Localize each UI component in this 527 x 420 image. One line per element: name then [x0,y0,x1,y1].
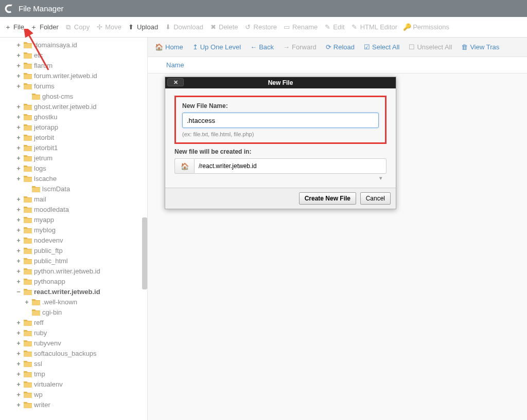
dialog-resize-handle[interactable]: ▾ [174,174,387,181]
dialog-close-button[interactable]: ✕ [167,78,184,86]
tree-node[interactable]: +forum.writer.jetweb.id [7,70,147,81]
tree-node[interactable]: +logs [7,163,147,173]
tree-toggle-icon[interactable]: + [15,103,22,111]
tree-toggle-icon[interactable]: + [15,380,22,388]
permissions-button[interactable]: 🔑Permissions [403,23,449,31]
create-new-file-button[interactable]: Create New File [299,192,356,205]
unselect-all-button[interactable]: ☐Unselect All [409,43,452,51]
tree-node[interactable]: +lscache [7,173,147,184]
new-folder-button[interactable]: ＋Folder [30,23,59,31]
html-editor-button[interactable]: ✎HTML Editor [351,23,397,31]
cancel-button[interactable]: Cancel [360,192,391,205]
tree-node[interactable]: cgi-bin [7,307,147,317]
tree-node[interactable]: +ghost.writer.jetweb.id [7,101,147,112]
tree-toggle-icon[interactable]: + [15,267,22,275]
tree-node[interactable]: +ruby [7,327,147,338]
copy-button[interactable]: ⧉Copy [65,23,90,31]
tree-node[interactable]: +tmp [7,369,147,379]
tree-toggle-icon[interactable]: + [15,123,22,131]
tree-node[interactable]: lscmData [7,184,147,194]
tree-toggle-icon[interactable]: + [15,41,22,49]
tree-toggle-icon[interactable]: + [15,51,22,59]
tree-toggle-icon[interactable]: + [15,319,22,326]
tree-node[interactable]: +ghostku [7,112,147,122]
tree-node[interactable]: +myblog [7,225,147,235]
tree-toggle-icon[interactable]: + [15,165,22,172]
dialog-titlebar[interactable]: ✕ New File [165,77,396,88]
sidebar-scrollbar[interactable] [142,217,147,289]
tree-node[interactable]: +writer [7,399,147,410]
tree-toggle-icon[interactable]: + [15,175,22,182]
tree-node[interactable]: +nodevenv [7,235,147,245]
download-button[interactable]: ⬇Download [164,23,203,31]
tree-toggle-icon[interactable]: + [15,72,22,80]
up-one-level-button[interactable]: ↥Up One Level [192,43,241,51]
tree-node[interactable]: +forums [7,81,147,91]
tree-node[interactable]: +softaculous_backups [7,348,147,358]
tree-node[interactable]: +jetrum [7,153,147,163]
back-button[interactable]: ←Back [250,43,274,51]
tree-node[interactable]: +reff [7,317,147,327]
tree-node[interactable]: +moodledata [7,204,147,214]
new-file-button[interactable]: ＋File [4,23,24,31]
tree-node[interactable]: +python.writer.jetweb.id [7,266,147,276]
tree-toggle-icon[interactable]: − [15,288,22,296]
tree-node[interactable]: ghost-cms [7,91,147,101]
tree-toggle-icon[interactable]: + [15,82,22,90]
tree-node[interactable]: +virtualenv [7,379,147,389]
delete-button[interactable]: ✖Delete [209,23,238,31]
home-button[interactable]: 🏠Home [155,43,183,51]
tree-node[interactable]: −react.writer.jetweb.id [7,286,147,297]
tree-toggle-icon[interactable]: + [15,329,22,337]
tree-node[interactable]: +mail [7,194,147,204]
tree-node[interactable]: +.well-known [7,297,147,307]
tree-node[interactable]: +public_ftp [7,245,147,255]
tree-node[interactable]: +flarum [7,60,147,70]
tree-toggle-icon[interactable]: + [15,278,22,285]
restore-button[interactable]: ↺Restore [244,23,277,31]
tree-toggle-icon[interactable]: + [15,134,22,141]
location-input[interactable] [194,158,387,174]
tree-toggle-icon[interactable]: + [15,144,22,152]
tree-node[interactable]: +jetorbit [7,132,147,142]
tree-toggle-icon[interactable]: + [15,113,22,121]
move-button[interactable]: ✢Move [96,23,121,31]
rename-button[interactable]: ▭Rename [283,23,318,31]
tree-node[interactable]: +domainsaya.id [7,40,147,50]
forward-button[interactable]: →Forward [283,43,317,51]
listing-header[interactable]: Name [148,57,527,74]
view-trash-button[interactable]: 🗑View Tras [461,43,499,51]
select-all-button[interactable]: ☑Select All [364,43,399,51]
tree-toggle-icon[interactable]: + [15,401,22,409]
reload-button[interactable]: ⟳Reload [326,43,355,51]
home-folder-button[interactable]: 🏠 [174,158,194,174]
tree-toggle-icon[interactable]: + [15,350,22,357]
tree-toggle-icon[interactable]: + [15,206,22,213]
upload-button[interactable]: ⬆Upload [128,23,158,31]
tree-node[interactable]: +rubyvenv [7,338,147,348]
folder-tree-sidebar[interactable]: +domainsaya.id+etc+flarum+forum.writer.j… [0,38,148,420]
tree-toggle-icon[interactable]: + [15,226,22,234]
tree-toggle-icon[interactable]: + [24,298,30,306]
tree-toggle-icon[interactable]: + [15,257,22,265]
tree-toggle-icon[interactable]: + [15,370,22,378]
tree-toggle-icon[interactable]: + [15,236,22,244]
tree-node[interactable]: +public_html [7,255,147,266]
tree-toggle-icon[interactable]: + [15,195,22,203]
tree-node[interactable]: +jetorapp [7,122,147,132]
tree-node[interactable]: +jetorbit1 [7,142,147,153]
tree-toggle-icon[interactable]: + [15,216,22,224]
tree-node[interactable]: +pythonapp [7,276,147,286]
tree-toggle-icon[interactable]: + [15,339,22,347]
edit-button[interactable]: ✎Edit [324,23,344,31]
tree-toggle-icon[interactable]: + [15,360,22,368]
tree-toggle-icon[interactable]: + [15,154,22,162]
tree-node[interactable]: +etc [7,50,147,60]
tree-toggle-icon[interactable]: + [15,391,22,398]
tree-node[interactable]: +wp [7,389,147,399]
filename-input[interactable] [182,113,379,128]
tree-toggle-icon[interactable]: + [15,62,22,69]
tree-node[interactable]: +myapp [7,214,147,225]
tree-node[interactable]: +ssl [7,358,147,369]
tree-toggle-icon[interactable]: + [15,247,22,254]
